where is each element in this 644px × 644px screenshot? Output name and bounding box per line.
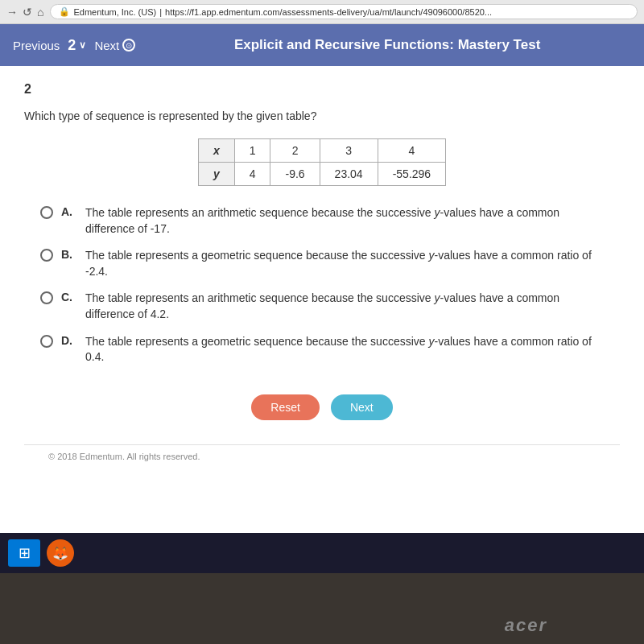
desk-area: acer: [0, 573, 644, 644]
footer: © 2018 Edmentum. All rights reserved.: [24, 444, 620, 468]
option-a-radio[interactable]: [40, 206, 53, 219]
taskbar: ⊞ 🦊: [0, 533, 644, 573]
question-num-value: 2: [68, 37, 76, 54]
previous-button[interactable]: Previous: [13, 39, 60, 52]
home-icon[interactable]: ⌂: [37, 6, 43, 19]
content-area: 2 Which type of sequence is represented …: [0, 66, 644, 533]
next-button[interactable]: Next: [331, 394, 393, 420]
action-buttons: Reset Next: [24, 394, 620, 420]
option-c-text: The table represents an arithmetic seque…: [85, 291, 604, 322]
refresh-icon[interactable]: ↺: [23, 6, 32, 19]
table-y-label: y: [198, 163, 234, 186]
option-b-text: The table represents a geometric sequenc…: [85, 248, 604, 279]
option-b-radio[interactable]: [40, 249, 53, 262]
lock-icon: 🔒: [59, 6, 70, 17]
table-x-2: 2: [270, 139, 320, 163]
table-x-1: 1: [234, 139, 270, 163]
table-y-1: 4: [234, 163, 270, 186]
page-title: Explicit and Recursive Functions: Master…: [143, 37, 631, 53]
sequence-table: x 1 2 3 4 y 4 -9.6 23.04 -55.296: [198, 138, 446, 186]
option-a-row: A. The table represents an arithmetic se…: [40, 205, 604, 237]
option-b-row: B. The table represents a geometric sequ…: [40, 248, 604, 279]
table-y-3: 23.04: [320, 163, 378, 186]
option-c-label: C.: [61, 291, 77, 303]
table-x-label: x: [198, 139, 234, 163]
option-b-label: B.: [61, 248, 77, 261]
question-number-display: 2 ∨: [68, 37, 86, 54]
site-name: Edmentum, Inc. (US): [73, 7, 156, 17]
table-y-2: -9.6: [270, 163, 320, 186]
next-nav-label: Next: [94, 39, 119, 52]
option-a-label: A.: [61, 205, 77, 218]
footer-text: © 2018 Edmentum. All rights reserved.: [48, 452, 200, 461]
firefox-icon: 🦊: [52, 546, 68, 561]
option-d-text: The table represents a geometric sequenc…: [85, 334, 604, 365]
url-separator: |: [159, 7, 162, 17]
url-text: https://f1.app.edmentum.com/assessments-…: [165, 7, 492, 17]
question-dropdown-arrow[interactable]: ∨: [79, 39, 86, 51]
option-d-label: D.: [61, 334, 77, 347]
option-a-text: The table represents an arithmetic seque…: [85, 205, 604, 237]
option-c-row: C. The table represents an arithmetic se…: [40, 291, 604, 322]
reset-button[interactable]: Reset: [251, 394, 320, 420]
address-bar[interactable]: 🔒 Edmentum, Inc. (US) | https://f1.app.e…: [50, 4, 638, 19]
option-d-radio[interactable]: [40, 335, 53, 348]
table-x-3: 3: [320, 139, 378, 163]
next-circle-icon: ⊙: [122, 39, 135, 52]
question-text: Which type of sequence is represented by…: [24, 109, 620, 122]
options-container: A. The table represents an arithmetic se…: [24, 205, 620, 365]
next-nav-button[interactable]: Next ⊙: [94, 39, 135, 52]
browser-taskbar-icon[interactable]: 🦊: [47, 539, 74, 567]
sequence-table-container: x 1 2 3 4 y 4 -9.6 23.04 -55.296: [24, 138, 620, 186]
option-d-row: D. The table represents a geometric sequ…: [40, 334, 604, 365]
back-icon[interactable]: →: [6, 6, 18, 19]
option-c-radio[interactable]: [40, 291, 53, 304]
windows-icon: ⊞: [19, 544, 31, 562]
start-button[interactable]: ⊞: [8, 539, 40, 567]
table-y-4: -55.296: [378, 163, 445, 186]
browser-bar: → ↺ ⌂ 🔒 Edmentum, Inc. (US) | https://f1…: [0, 0, 644, 24]
browser-nav-icons: → ↺ ⌂: [6, 6, 43, 19]
acer-logo: acer: [505, 615, 547, 636]
table-x-4: 4: [378, 139, 445, 163]
app-toolbar: Previous 2 ∨ Next ⊙ Explicit and Recursi…: [0, 24, 644, 66]
question-number-label: 2: [24, 82, 620, 97]
